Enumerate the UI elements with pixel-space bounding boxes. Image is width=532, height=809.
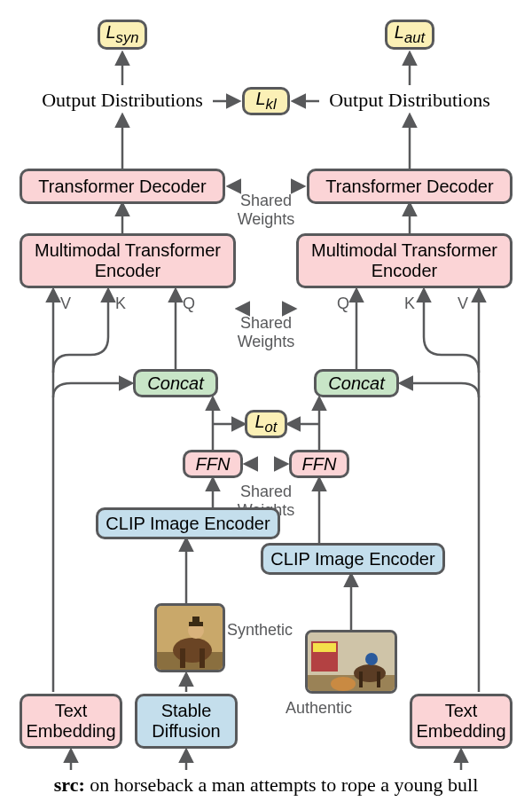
loss-syn: Lsyn [98,20,147,50]
loss-kl-label: Lkl [255,89,276,113]
loss-kl: Lkl [242,87,290,115]
encoder-right: Multimodal Transformer Encoder [296,233,512,288]
shared-weights-decoder: Shared Weights [213,192,319,229]
encoder-left: Multimodal Transformer Encoder [20,233,236,288]
ffn-left: FFN [183,450,243,478]
loss-ot: Lot [245,410,287,438]
svg-rect-32 [200,648,205,668]
decoder-left: Transformer Decoder [20,169,225,204]
stable-diffusion: Stable Diffusion [135,694,238,749]
loss-syn-label: Lsyn [106,22,138,46]
concat-right: Concat [314,369,399,397]
synthetic-label: Synthetic [227,621,293,640]
k-right: K [404,295,415,313]
src-prefix: src: [54,774,85,796]
svg-rect-31 [180,648,185,668]
svg-point-30 [173,638,212,663]
decoder-right: Transformer Decoder [307,169,512,204]
loss-aut-label: Laut [395,22,425,46]
svg-rect-41 [359,672,363,687]
svg-rect-42 [377,672,380,687]
authentic-image [305,630,397,694]
output-dist-left: Output Distributions [34,89,211,112]
svg-point-44 [331,677,356,691]
q-right: Q [337,295,349,313]
ffn-right: FFN [289,450,349,478]
concat-left: Concat [133,369,218,397]
v-right: V [458,295,468,313]
svg-rect-35 [192,617,200,624]
arrow-layer [0,0,532,809]
v-left: V [60,295,71,313]
src-text: on horseback a man attempts to rope a yo… [85,774,479,796]
clip-left: CLIP Image Encoder [96,507,280,539]
clip-right: CLIP Image Encoder [261,543,445,575]
text-embedding-right: Text Embedding [410,694,512,749]
loss-ot-label: Lot [254,412,277,436]
svg-point-43 [365,653,378,665]
svg-point-40 [354,664,386,682]
k-left: K [115,295,126,313]
svg-rect-39 [313,643,336,652]
authentic-label: Authentic [286,699,352,718]
shared-weights-encoder: Shared Weights [213,314,319,351]
q-left: Q [183,295,195,313]
loss-aut: Laut [385,20,434,50]
output-dist-right: Output Distributions [321,89,498,112]
text-embedding-left: Text Embedding [20,694,122,749]
synthetic-image [154,603,225,672]
src-caption: src: on horseback a man attempts to rope… [18,774,514,797]
